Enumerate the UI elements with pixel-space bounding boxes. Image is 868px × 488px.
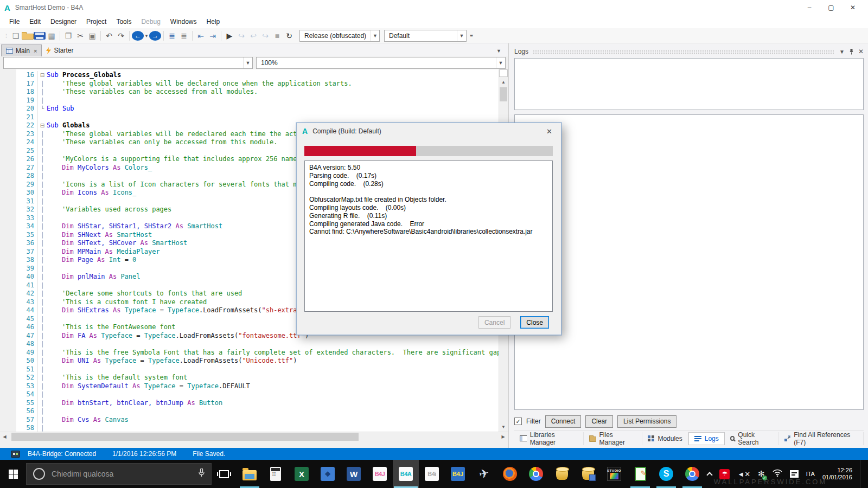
back-history-dropdown-icon[interactable]: ▾: [144, 30, 149, 42]
firefox-icon[interactable]: [497, 460, 523, 488]
b4j-packager-icon[interactable]: B4J: [445, 460, 471, 488]
scrollbar-thumb[interactable]: [11, 433, 359, 441]
panel-menu-chevron-icon[interactable]: ▼: [839, 49, 845, 55]
skype-icon[interactable]: S: [653, 460, 679, 488]
uncomment-icon[interactable]: ≣: [178, 30, 190, 42]
microphone-icon[interactable]: [199, 468, 205, 479]
new-file-icon[interactable]: ❏: [10, 30, 22, 42]
build-profile-select[interactable]: Default ▼: [384, 30, 467, 42]
scroll-up-icon[interactable]: ▲: [499, 78, 508, 87]
word-icon[interactable]: W: [341, 460, 367, 488]
panel-drag-texture[interactable]: [533, 50, 835, 54]
undo-icon[interactable]: ↶: [103, 30, 115, 42]
editor-zoom-select[interactable]: 100% ▼: [256, 57, 506, 69]
clear-button[interactable]: Clear: [585, 415, 613, 428]
outdent-icon[interactable]: ⇤: [195, 30, 207, 42]
language-indicator[interactable]: ITA: [806, 471, 815, 477]
step-out-icon[interactable]: ↪: [259, 30, 271, 42]
b4j-icon[interactable]: B4J: [367, 460, 393, 488]
close-panel-icon[interactable]: ✕: [858, 48, 864, 55]
step-over-icon[interactable]: ↩: [247, 30, 259, 42]
splitter-handle[interactable]: [499, 69, 508, 77]
menu-windows[interactable]: Windows: [165, 16, 202, 27]
comment-icon[interactable]: ≣: [166, 30, 178, 42]
network-wifi-icon[interactable]: [773, 469, 782, 479]
navigate-back-icon[interactable]: ←: [132, 31, 144, 41]
stop-icon[interactable]: ■: [271, 30, 283, 42]
rebuild-icon[interactable]: ↻: [283, 30, 295, 42]
cancel-button[interactable]: Cancel: [478, 316, 510, 329]
log-output-main[interactable]: [514, 114, 864, 410]
fold-collapse-icon[interactable]: ⊟: [38, 71, 47, 80]
open-project-icon[interactable]: [22, 34, 34, 40]
indent-icon[interactable]: ⇥: [207, 30, 219, 42]
jet-icon[interactable]: ✈: [471, 460, 497, 488]
clock[interactable]: 12:26 01/01/2016: [822, 467, 852, 481]
menu-help[interactable]: Help: [202, 16, 225, 27]
tab-files-manager[interactable]: Files Manager: [584, 432, 643, 445]
list-permissions-button[interactable]: List Permissions: [617, 415, 676, 428]
excel-icon[interactable]: X: [289, 460, 315, 488]
tab-quick-search[interactable]: Quick Search: [725, 432, 780, 445]
menu-file[interactable]: File: [4, 16, 24, 27]
paste-icon[interactable]: ▣: [86, 30, 98, 42]
start-button[interactable]: [0, 460, 26, 488]
log-output-top[interactable]: [514, 58, 864, 110]
tab-libraries-manager[interactable]: Libraries Manager: [514, 432, 584, 445]
menu-tools[interactable]: Tools: [111, 16, 136, 27]
db-tool-icon[interactable]: [575, 460, 601, 488]
text-editor-icon[interactable]: [627, 460, 653, 488]
task-view-button[interactable]: [212, 460, 237, 488]
run-icon[interactable]: ▶: [224, 30, 235, 42]
redo-icon[interactable]: ↷: [115, 30, 127, 42]
pin-icon[interactable]: [849, 49, 854, 55]
calculator-icon[interactable]: [263, 460, 289, 488]
menu-project[interactable]: Project: [81, 16, 111, 27]
tab-starter[interactable]: Starter: [42, 44, 78, 56]
fold-collapse-icon[interactable]: ⊟: [38, 121, 47, 130]
b4a-icon[interactable]: B4A: [393, 460, 419, 488]
dialog-close-icon[interactable]: ✕: [543, 126, 556, 137]
avira-tray-icon[interactable]: ☂: [719, 469, 730, 479]
scrollbar-thumb[interactable]: [500, 87, 507, 101]
designer-app-icon[interactable]: ❖: [315, 460, 341, 488]
copy-icon[interactable]: ❐: [62, 30, 74, 42]
export-zip-icon[interactable]: ▦: [46, 30, 58, 42]
tab-modules[interactable]: Modules: [642, 432, 688, 445]
maximize-button[interactable]: ▢: [820, 1, 842, 15]
sqlite-icon[interactable]: [549, 460, 575, 488]
save-icon[interactable]: [34, 32, 46, 40]
scroll-right-icon[interactable]: ▶: [499, 432, 508, 441]
build-configuration-select[interactable]: Release (obfuscated) ▼: [299, 30, 380, 42]
menu-edit[interactable]: Edit: [24, 16, 46, 27]
show-desktop-button[interactable]: [860, 460, 863, 488]
connect-button[interactable]: Connect: [545, 415, 582, 428]
file-explorer-icon[interactable]: [237, 460, 263, 488]
studio-icon[interactable]: STUDIO: [601, 460, 627, 488]
tray-expand-icon[interactable]: [707, 472, 713, 478]
volume-muted-icon[interactable]: ◄✕: [737, 470, 750, 478]
chrome2-icon[interactable]: [679, 460, 705, 488]
member-navigator-select[interactable]: ▼: [3, 57, 253, 69]
cut-icon[interactable]: ✂: [74, 30, 86, 42]
scroll-down-icon[interactable]: ▼: [499, 422, 508, 432]
minimize-button[interactable]: –: [799, 1, 820, 15]
dialog-close-button[interactable]: Close: [520, 316, 549, 329]
menu-designer[interactable]: Designer: [46, 16, 81, 27]
close-button[interactable]: ✕: [842, 1, 864, 15]
filter-checkbox[interactable]: ✓: [514, 418, 522, 425]
horizontal-scrollbar[interactable]: ◀ ▶: [0, 432, 508, 441]
sync-tray-icon[interactable]: ✻: [758, 469, 765, 479]
b4i-icon[interactable]: B4i: [419, 460, 445, 488]
step-into-icon[interactable]: ↪: [235, 30, 247, 42]
tab-find-all-references[interactable]: Find All References (F7): [779, 432, 864, 445]
toolbar-overflow-icon[interactable]: ▾▾: [470, 33, 472, 38]
action-center-icon[interactable]: [790, 470, 799, 478]
close-tab-icon[interactable]: ×: [34, 48, 37, 54]
cortana-search-input[interactable]: Chiedimi qualcosa: [26, 463, 212, 485]
chrome-icon[interactable]: [523, 460, 549, 488]
tab-logs[interactable]: Logs: [688, 432, 725, 445]
scroll-left-icon[interactable]: ◀: [0, 432, 9, 441]
navigate-forward-icon[interactable]: →: [149, 31, 161, 41]
tab-main[interactable]: Main ×: [1, 44, 42, 56]
